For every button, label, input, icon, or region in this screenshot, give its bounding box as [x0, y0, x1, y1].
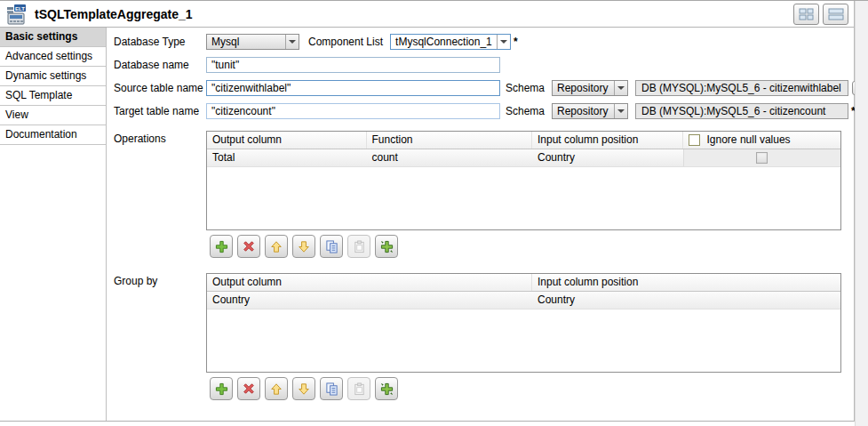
add-all-columns-button[interactable]: [375, 377, 398, 400]
operations-table-header: Output column Function Input column posi…: [207, 132, 840, 149]
column-header-input-column-position: Input column position: [532, 274, 840, 291]
group-by-output-column-cell[interactable]: Country: [207, 292, 532, 309]
titlebar: ELT tSQLTemplateAggregate_1: [0, 1, 854, 28]
component-settings-panel: ELT tSQLTemplateAggregate_1: [0, 1, 855, 422]
required-marker: *: [514, 36, 518, 48]
component-settings-view: ELT tSQLTemplateAggregate_1: [0, 0, 868, 426]
database-type-select[interactable]: Mysql: [206, 34, 299, 50]
group-by-table-row[interactable]: Country Country: [207, 292, 840, 309]
database-name-input[interactable]: [206, 57, 500, 73]
delete-x-icon: [243, 382, 255, 395]
sidebar-item-view[interactable]: View: [0, 106, 106, 125]
plus-icon: [215, 240, 228, 253]
basic-settings-content: Database Type Mysql Component List tMysq…: [107, 28, 868, 421]
move-down-button[interactable]: [292, 235, 315, 258]
arrow-up-icon: [270, 382, 283, 396]
remove-row-button[interactable]: [237, 235, 260, 258]
add-row-button[interactable]: [210, 235, 233, 258]
plus-icon: [215, 382, 228, 396]
plus-all-icon: [380, 240, 394, 253]
operations-label: Operations: [114, 131, 206, 258]
sidebar-item-advanced-settings[interactable]: Advanced settings: [0, 47, 106, 67]
sidebar-item-sql-template[interactable]: SQL Template: [0, 86, 106, 106]
target-schema-label: Schema: [506, 105, 545, 117]
target-table-name-input[interactable]: [206, 103, 500, 119]
source-schema-label: Schema: [506, 82, 545, 94]
column-header-output-column: Output column: [207, 274, 532, 291]
sidebar-item-dynamic-settings[interactable]: Dynamic settings: [0, 67, 106, 86]
move-up-button[interactable]: [265, 377, 288, 400]
ignore-null-select-all-checkbox[interactable]: [689, 134, 700, 146]
group-by-table: Output column Input column position Coun…: [206, 273, 841, 373]
target-schema-field: DB (MYSQL):MySQL5_6 - citizencount: [635, 103, 848, 119]
database-type-value: Mysql: [207, 36, 285, 48]
sidebar-item-basic-settings[interactable]: Basic settings: [0, 28, 106, 47]
source-table-name-input[interactable]: [206, 80, 500, 96]
source-schema-mode-select[interactable]: Repository: [552, 80, 628, 96]
copy-icon: [325, 240, 338, 253]
ignore-null-checkbox[interactable]: [756, 152, 768, 164]
component-title: tSQLTemplateAggregate_1: [35, 7, 790, 21]
column-header-input-column-position: Input column position: [532, 132, 683, 149]
operations-function-cell[interactable]: count: [367, 149, 532, 166]
database-type-label: Database Type: [114, 36, 206, 48]
horizontal-layout-button[interactable]: [793, 4, 819, 25]
arrow-up-icon: [270, 240, 283, 253]
delete-x-icon: [243, 240, 255, 253]
sidebar-item-documentation[interactable]: Documentation: [0, 125, 106, 145]
plus-all-icon: [380, 382, 394, 396]
operations-output-column-cell[interactable]: Total: [207, 149, 367, 166]
arrow-down-icon: [298, 382, 310, 396]
copy-button[interactable]: [320, 235, 343, 258]
vertical-scrollbar[interactable]: [855, 1, 868, 426]
column-header-ignore-null-values: Ignore null values: [707, 132, 791, 149]
chevron-down-icon: [614, 104, 627, 118]
remove-row-button[interactable]: [237, 377, 260, 400]
source-schema-field: DB (MYSQL):MySQL5_6 - citizenwithlabel: [635, 80, 848, 96]
chevron-down-icon: [285, 35, 299, 49]
add-row-button[interactable]: [210, 377, 233, 400]
chevron-down-icon: [614, 81, 627, 95]
group-by-input-column-cell[interactable]: Country: [532, 292, 840, 309]
target-table-name-label: Target table name: [114, 105, 206, 117]
group-by-label: Group by: [114, 273, 206, 400]
column-header-output-column: Output column: [207, 132, 367, 149]
operations-input-column-cell[interactable]: Country: [532, 149, 683, 166]
arrow-down-icon: [298, 240, 310, 253]
component-list-label: Component List: [308, 36, 383, 48]
columns-layout-icon: [799, 8, 815, 20]
component-list-value: tMysqlConnection_1: [391, 36, 497, 48]
elt-aggregate-component-icon: ELT: [5, 4, 28, 25]
copy-icon: [325, 382, 338, 396]
rows-layout-icon: [828, 8, 844, 20]
move-down-button[interactable]: [292, 377, 315, 400]
move-up-button[interactable]: [265, 235, 288, 258]
operations-table: Output column Function Input column posi…: [206, 131, 841, 230]
svg-text:ELT: ELT: [15, 5, 25, 11]
group-by-toolbar: [210, 377, 841, 400]
group-by-table-header: Output column Input column position: [207, 274, 840, 292]
vertical-layout-button[interactable]: [823, 4, 848, 25]
paste-icon: [353, 382, 366, 396]
copy-button[interactable]: [320, 377, 343, 400]
source-table-name-label: Source table name: [114, 82, 206, 94]
paste-button: [347, 377, 370, 400]
target-schema-mode-value: Repository: [553, 105, 614, 117]
settings-sidebar: Basic settings Advanced settings Dynamic…: [0, 28, 107, 421]
paste-button: [347, 235, 370, 258]
chevron-down-icon: [497, 35, 510, 49]
column-header-function: Function: [367, 132, 532, 149]
add-all-columns-button[interactable]: [375, 235, 398, 258]
database-name-label: Database name: [114, 59, 206, 71]
source-schema-mode-value: Repository: [553, 82, 614, 94]
target-schema-mode-select[interactable]: Repository: [552, 103, 628, 119]
operations-table-row[interactable]: Total count Country: [207, 149, 840, 167]
paste-icon: [353, 240, 366, 253]
operations-toolbar: [210, 235, 841, 258]
component-list-select[interactable]: tMysqlConnection_1: [390, 34, 511, 50]
